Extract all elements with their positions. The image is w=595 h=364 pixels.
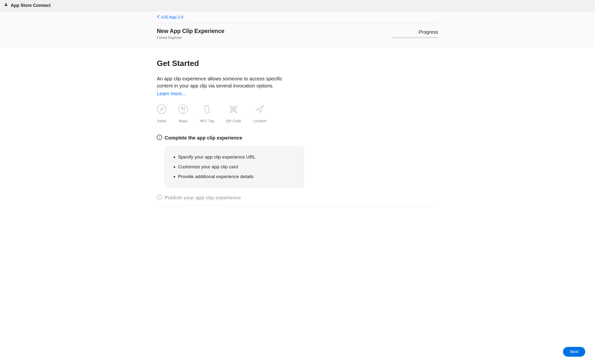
step-1-task-box: Specify your app clip experience URL Cus… — [165, 146, 304, 188]
learn-more-link[interactable]: Learn more... — [157, 91, 186, 96]
step-number-icon: 2 — [157, 194, 162, 201]
step-1-header: 1 Complete the app clip experience — [157, 135, 438, 141]
top-bar-title: App Store Connect — [11, 3, 51, 8]
invocation-qr: QR Code — [226, 104, 241, 123]
task-item: Provide additional experience details — [178, 172, 295, 182]
logo: App Store Connect — [3, 2, 51, 9]
svg-rect-7 — [234, 107, 236, 109]
svg-text:1: 1 — [159, 136, 160, 139]
app-store-logo-icon — [3, 2, 8, 9]
main-content: Get Started An app clip experience allow… — [153, 47, 442, 236]
svg-point-0 — [157, 105, 166, 114]
step-2-header: 2 Publish your app clip experience — [157, 194, 438, 201]
section-heading: Get Started — [157, 59, 438, 68]
back-link[interactable]: iOS App 2.0 — [157, 15, 183, 20]
svg-rect-10 — [235, 111, 236, 111]
invocation-label: NFC Tag — [200, 119, 214, 123]
divider — [157, 206, 438, 206]
invocation-nfc: NFC Tag — [200, 104, 214, 123]
task-item: Customize your app clip card — [178, 162, 295, 172]
invocation-label: Safari — [157, 119, 166, 123]
invocation-location: Location — [253, 104, 267, 123]
step-title: Complete the app clip experience — [165, 135, 242, 141]
svg-point-3 — [183, 112, 184, 113]
header-section: iOS App 2.0 New App Clip Experience Fore… — [0, 11, 595, 47]
chevron-left-icon — [157, 15, 160, 20]
step-number-icon: 1 — [157, 135, 162, 141]
invocation-safari: Safari — [157, 104, 167, 123]
svg-rect-9 — [234, 110, 235, 110]
utensils-icon — [178, 104, 188, 115]
invocation-label: QR Code — [226, 119, 241, 123]
phone-icon — [202, 104, 212, 115]
compass-icon — [157, 104, 167, 115]
svg-rect-8 — [231, 110, 233, 111]
invocation-row: Safari Maps NFC Tag QR Code Location — [157, 104, 438, 123]
location-arrow-icon — [255, 104, 265, 115]
page-title: New App Clip Experience — [157, 28, 224, 34]
top-bar: App Store Connect — [0, 0, 595, 11]
svg-text:2: 2 — [159, 195, 160, 199]
invocation-label: Location — [253, 119, 267, 123]
back-link-label: iOS App 2.0 — [161, 15, 183, 20]
progress-label: Progress — [392, 29, 438, 35]
svg-rect-6 — [231, 107, 233, 109]
page-subtitle: Forest Explorer — [157, 35, 224, 40]
task-item: Specify your app clip experience URL — [178, 152, 295, 162]
svg-marker-1 — [160, 108, 163, 111]
svg-marker-11 — [256, 106, 263, 113]
invocation-label: Maps — [179, 119, 188, 123]
intro-text: An app clip experience allows someone to… — [157, 75, 294, 89]
invocation-maps: Maps — [178, 104, 188, 123]
step-title: Publish your app clip experience — [165, 195, 241, 201]
progress-bar — [392, 37, 438, 38]
qr-code-icon — [229, 104, 238, 115]
